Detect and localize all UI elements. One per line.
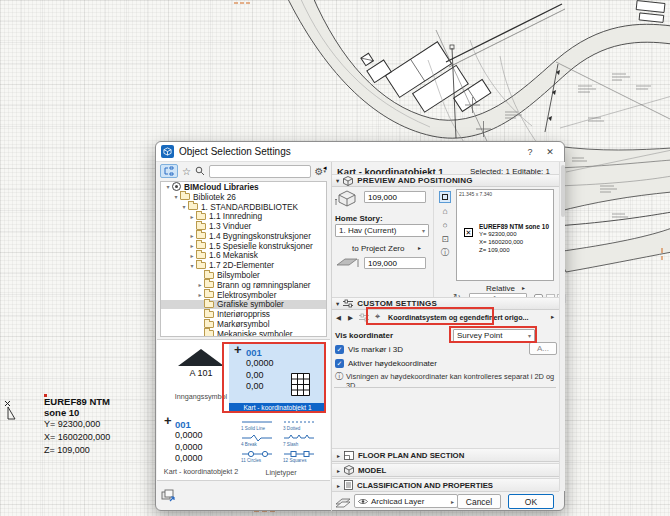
folder-view-toggle-button[interactable] <box>160 164 178 178</box>
tree-expand-icon[interactable]: ▾ <box>164 183 172 190</box>
linetype-sample-label: 1 Solid Line <box>241 426 275 431</box>
info-icon: ⓘ <box>335 371 343 382</box>
help-button[interactable]: ? <box>520 143 540 161</box>
tree-item-mekaniske-symboler[interactable]: Mekaniske symboler <box>161 329 326 337</box>
cancel-button[interactable]: Cancel <box>457 494 501 509</box>
preview-2d-symbol-button[interactable] <box>439 191 451 203</box>
aktiver-hoydekoordinater-checkbox[interactable]: ✓ <box>335 359 344 368</box>
library-tree: ▾BIMcloud Libraries▾Bibliotek 26▾1. STAN… <box>160 181 327 337</box>
dialog-titlebar[interactable]: Object Selection Settings ? ✕ <box>156 142 564 162</box>
page-back-button[interactable]: ◀ <box>333 312 344 323</box>
section-preview-positioning[interactable]: ▾ PREVIEW AND POSITIONING <box>332 174 559 187</box>
linetype-sample-slash: 7 Slash <box>283 434 317 449</box>
tree-item-elektrosymboler[interactable]: ▸Elektrosymboler <box>161 290 326 300</box>
page-forward-button[interactable]: ▶ <box>345 312 356 323</box>
sliders-icon <box>343 299 353 308</box>
object-card-linjetyper[interactable]: 1 Solid Line3 Dotted4 Break7 Slash11 Cir… <box>235 418 327 480</box>
elevation-bottom-input[interactable] <box>364 257 426 269</box>
settings-page-selector[interactable]: Koordinatsystem og egendefinert origo... <box>388 313 529 322</box>
tree-item-label: Bibliotek 26 <box>193 192 236 202</box>
vis-koordinater-select[interactable]: Survey Point ▾ <box>453 329 535 342</box>
selected-card-label: Kart - koordinatobjekt 1 <box>229 403 326 412</box>
font-button[interactable]: A... <box>529 342 557 355</box>
tree-item-bilsymboler[interactable]: Bilsymboler <box>161 270 326 280</box>
tree-expand-icon[interactable]: ▾ <box>180 203 188 210</box>
folder-icon <box>180 193 190 200</box>
section-chevron-icon: ▸ <box>337 467 340 474</box>
tree-item-1-standardbibliotek[interactable]: ▾1. STANDARDBIBLIOTEK <box>161 202 326 212</box>
tree-expand-icon[interactable]: ▸ <box>188 232 196 239</box>
ok-button[interactable]: OK <box>508 494 554 509</box>
section-label: CLASSIFICATION AND PROPERTIES <box>357 481 493 490</box>
section-floor-plan-and-section[interactable]: ▸ FLOOR PLAN AND SECTION <box>332 448 559 462</box>
tree-item-label: 1. STANDARDBIBLIOTEK <box>201 202 298 212</box>
layer-value: Archicad Layer <box>371 497 424 506</box>
tree-item-1-7-2d-elementer[interactable]: ▾1.7 2D-Elementer <box>161 260 326 270</box>
right-panel-scrollbar[interactable] <box>559 162 565 491</box>
separator <box>334 387 556 388</box>
tree-expand-icon[interactable]: ▸ <box>188 213 196 220</box>
close-button[interactable]: ✕ <box>540 143 560 161</box>
tree-item-bibliotek-26[interactable]: ▾Bibliotek 26 <box>161 192 326 202</box>
tree-expand-icon[interactable]: ▸ <box>196 291 204 298</box>
scrollbar-thumb[interactable] <box>561 165 565 217</box>
preview-picture-button[interactable]: ⊡ <box>439 233 451 245</box>
collapse-panel-icon[interactable]: ◂ <box>323 164 327 172</box>
model-cube-icon <box>344 465 354 475</box>
relative-popup-icon[interactable]: ▸ <box>522 284 525 291</box>
tree-item-interiøroppriss[interactable]: Interiøroppriss <box>161 309 326 319</box>
library-icon <box>172 182 181 191</box>
tree-item-brann-og-rømningsplaner[interactable]: ▸Brann og rømningsplaner <box>161 280 326 290</box>
elevation-top-input[interactable] <box>364 191 426 203</box>
home-story-select[interactable]: 1. Hav (Current) ▾ <box>335 224 429 237</box>
section-label: MODEL <box>358 466 386 475</box>
home-story-value: 1. Hav (Current) <box>339 226 396 235</box>
tree-item-1-1-innredning[interactable]: ▸1.1 Innredning <box>161 211 326 221</box>
object-preview[interactable]: 21.345 x 7.340 ✕ EUREF89 NTM sone 10 Y= … <box>456 189 554 281</box>
folder-icon <box>204 281 214 288</box>
tree-item-1-4-bygningskonstruksjoner[interactable]: ▸1.4 Bygningskonstruksjoner <box>161 231 326 241</box>
linetype-sample-label: 4 Break <box>241 442 275 447</box>
search-icon[interactable] <box>195 166 205 176</box>
linetype-sample-solid: 1 Solid Line <box>241 418 275 433</box>
page-popup-icon[interactable]: ▸ <box>551 313 554 321</box>
library-search-input[interactable] <box>209 165 311 178</box>
home-story-label: Home Story: <box>335 214 383 223</box>
tree-expand-icon[interactable]: ▸ <box>188 252 196 259</box>
layer-select[interactable]: Archicad Layer ▸ <box>354 494 458 508</box>
card-label: Linjetyper <box>235 468 327 477</box>
linetype-sample-dotted: 3 Dotted <box>283 418 317 433</box>
section-label: FLOOR PLAN AND SECTION <box>358 451 464 460</box>
tree-item-label: Mekaniske symboler <box>217 329 293 337</box>
pick-up-parameters-icon[interactable] <box>161 489 176 502</box>
tree-expand-icon[interactable]: ▾ <box>172 193 180 200</box>
chevron-down-icon: ▾ <box>422 227 425 234</box>
tree-expand-icon[interactable]: ▾ <box>188 262 196 269</box>
section-chevron-icon: ▸ <box>337 482 340 489</box>
relative-label[interactable]: Relative <box>486 284 515 293</box>
tree-item-grafiske-symboler[interactable]: Grafiske symboler <box>161 300 326 310</box>
vis-markor-3d-checkbox[interactable]: ✓ <box>335 345 344 354</box>
coord-code: 001 <box>175 419 241 430</box>
preview-info-button[interactable]: ⓘ <box>439 247 451 259</box>
tree-expand-icon[interactable]: ▸ <box>188 242 196 249</box>
section-classification-and-properties[interactable]: ▸ CLASSIFICATION AND PROPERTIES <box>332 478 559 492</box>
favorites-star-icon[interactable]: ☆ <box>182 166 191 177</box>
linetype-sample-label: 12 Squares <box>283 458 317 463</box>
preview-front-view-button[interactable]: ⌂ <box>439 205 451 217</box>
preview-3d-view-button[interactable]: ○ <box>439 219 451 231</box>
annotation-y: Y= 92300,000 <box>44 418 134 431</box>
tree-item-1-6-mekanisk[interactable]: ▸1.6 Mekanisk <box>161 251 326 261</box>
tree-item-1-5-spesielle-konstruksjoner[interactable]: ▸1.5 Spesielle konstruksjoner <box>161 241 326 251</box>
tree-expand-icon[interactable]: ▸ <box>196 281 204 288</box>
coordinate-marker-icon: ✕ <box>464 228 473 237</box>
tree-item-1-3-vinduer[interactable]: 1.3 Vinduer <box>161 221 326 231</box>
tree-item-markørsymbol[interactable]: Markørsymbol <box>161 319 326 329</box>
section-model[interactable]: ▸ MODEL <box>332 463 559 477</box>
popup-arrow-icon[interactable]: ▸ <box>418 244 421 251</box>
preview-z: Z= 109,000 <box>479 246 549 254</box>
tree-item-label: Bilsymboler <box>217 270 260 280</box>
section-custom-settings[interactable]: ▾ CUSTOM SETTINGS <box>332 297 559 310</box>
object-card-kart-koordinatobjekt-2[interactable]: + 001 0,0000 0,0000 0,0000 Kart - koordi… <box>161 416 241 480</box>
object-card-kart-koordinatobjekt-1[interactable]: + 001 0,0000 0,00 0,00 Kart - koordinato… <box>229 343 326 413</box>
